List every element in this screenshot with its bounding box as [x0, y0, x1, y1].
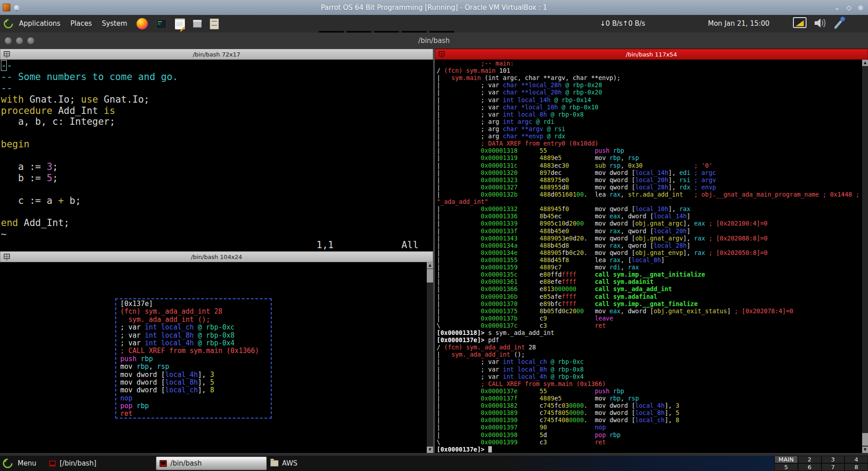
parrot-logo-icon[interactable] — [3, 18, 14, 29]
firefox-launcher-icon[interactable] — [137, 18, 148, 29]
scroll-up-button[interactable]: ▲ — [862, 60, 868, 66]
terminal-icon — [160, 460, 167, 467]
terminal-line: mov dword [local_ch], 8 — [120, 386, 267, 394]
terminal-line: ;-- main: — [437, 60, 862, 67]
notes-launcher-icon[interactable] — [175, 19, 185, 29]
settings-screwdriver-tray-icon[interactable] — [833, 16, 846, 30]
terminal-line: | 0x00001397 90 nop — [437, 424, 862, 431]
workspace-3[interactable]: 3 — [821, 456, 845, 463]
workspace-4[interactable]: 4 — [844, 456, 868, 463]
vim-ruler-position: 1,1 — [316, 240, 334, 250]
terminal-line: a, b, c: Integer; — [1, 116, 433, 127]
terminal-line: mov rbp, rsp — [120, 363, 267, 371]
terminal-line: | 0x00001339 8905c10d2000 mov dword [obj… — [437, 220, 862, 227]
clock[interactable]: Mon Jan 21, 15:00 — [708, 15, 769, 33]
terminal-line: \ 0x00001399 c3 ret — [437, 438, 862, 446]
folder-icon — [270, 460, 278, 466]
terminal-line: 0 — [1, 263, 427, 271]
workspace-6[interactable]: 6 — [798, 463, 821, 471]
disasm-scrollbar[interactable]: ▲ ▼ — [862, 60, 868, 453]
terminal-line — [1, 207, 433, 218]
vim-terminal-title: /bin/bash 72x17 — [193, 51, 240, 58]
terminal-line: | ; var int local_8h @ rbp-0x8 — [437, 111, 862, 118]
scroll-down-button[interactable]: ▼ — [427, 447, 433, 453]
workspace-8[interactable]: 8 — [844, 463, 868, 471]
taskbar-button-label: [/bin/bash] — [60, 459, 96, 467]
terminal-line: | sym._ada_add_int (); — [437, 351, 862, 358]
menu-places[interactable]: Places — [66, 15, 97, 33]
scrollbar-thumb[interactable] — [862, 433, 868, 446]
taskbar-button-aws[interactable]: AWS — [267, 457, 377, 470]
terminal-line: | 0x00001332 488945f0 mov qword [local_1… — [437, 205, 862, 212]
terminal-line: | ; var int local_8h @ rbp-0x8 — [437, 366, 862, 373]
window-launcher-icon[interactable] — [193, 20, 202, 28]
menu-system[interactable]: System — [97, 15, 132, 33]
terminal-line: nop — [120, 395, 267, 402]
download-arrow-icon: ↓ — [600, 19, 606, 28]
window-button-1[interactable] — [5, 37, 12, 44]
terminal-line: | 0x00001390 c745f4080000. mov dword [lo… — [437, 416, 862, 424]
terminal-line: ret — [120, 410, 267, 418]
taskbar-button-binbash[interactable]: [/bin/bash] — [45, 457, 156, 470]
scroll-up-button[interactable]: ▲ — [427, 262, 433, 268]
graph-terminal-content[interactable]: [0x137e](fcn) sym._ada_add_int 28 sym._a… — [0, 262, 427, 453]
disasm-terminal-titlebar[interactable]: /bin/bash 117x54 — [435, 49, 868, 60]
graph-terminal-titlebar[interactable]: /bin/bash 104x24 — [0, 251, 433, 262]
terminal-line: [0x0000137e]> pdf — [437, 336, 862, 344]
network-speed-indicator[interactable]: ↓0 B/s↑0 B/s — [600, 15, 645, 33]
minimize-button[interactable]: ⌄ — [834, 4, 840, 12]
vim-terminal-content[interactable]: ---- Some numbers to come and go.--with … — [0, 60, 433, 251]
terminator-titlebar[interactable]: /bin/bash — [0, 33, 868, 49]
workspace-5[interactable]: 5 — [774, 463, 798, 471]
taskbar-menu-button[interactable]: Menu — [0, 457, 36, 469]
terminal-line — [1, 127, 433, 139]
terminal-line: | 0x00001359 4889c7 mov rdi, rax — [437, 264, 862, 271]
terminal-line: begin — [1, 139, 433, 150]
workspace-7[interactable]: 7 — [821, 463, 845, 471]
scrollbar-thumb[interactable] — [427, 269, 433, 283]
terminal-line: with Gnat.Io; use Gnat.Io; — [1, 94, 433, 105]
window-button-2[interactable] — [16, 37, 23, 44]
terminal-group-icon[interactable] — [439, 51, 445, 58]
volume-tray-icon[interactable] — [813, 16, 827, 30]
terminal-line: | 0x00001323 488975e0 mov qword [local_2… — [437, 176, 862, 184]
upload-arrow-icon: ↑ — [623, 19, 628, 28]
workspace-pager: MAIN2345678 — [774, 456, 868, 471]
terminal-line: ; var int local_ch @ rbp-0xc — [120, 324, 267, 331]
terminal-group-icon[interactable] — [4, 254, 10, 260]
scroll-down-button[interactable]: ▼ — [862, 447, 868, 453]
terminal-line: / (fcn) sym.main 101 — [437, 67, 862, 74]
terminal-launcher-icon[interactable] — [156, 19, 167, 29]
disasm-terminal-content[interactable]: ;-- main:/ (fcn) sym.main 101| sym.main … — [435, 60, 862, 453]
window-button-3[interactable] — [27, 37, 34, 44]
terminal-line: | ; arg char **argv @ rsi — [437, 125, 862, 132]
archive-launcher-icon[interactable] — [210, 19, 219, 29]
terminal-line: | 0x00001398 5d pop rbp — [437, 431, 862, 438]
terminal-line: | ; arg int argc @ rdi — [437, 118, 862, 125]
terminal-line: | 0x00001382 c745fc030000. mov dword [lo… — [437, 402, 862, 409]
vim-terminal-titlebar[interactable]: /bin/bash 72x17 — [0, 49, 433, 60]
close-button[interactable]: ⊗ — [858, 4, 863, 12]
menubar: Applications Places System ↓0 B/s↑0 B/s … — [0, 15, 868, 33]
terminal-line: | 0x00001361 e88efeffff call sym.adainit — [437, 278, 862, 285]
restore-button[interactable]: ◇ — [846, 4, 852, 12]
terminal-line: | 0x0000134e 488905fb0c20. mov qword [ob… — [437, 249, 862, 256]
terminal-line: | 0x00001327 488955d8 mov qword [local_2… — [437, 184, 862, 191]
workspace-main[interactable]: MAIN — [774, 456, 798, 463]
menu-applications[interactable]: Applications — [14, 15, 66, 33]
terminal-line: | 0x00001336 8b45ec mov eax, dword [loca… — [437, 212, 862, 220]
display-settings-tray-icon[interactable] — [792, 16, 807, 30]
terminal-line: | 0x00001366 e813000000 call sym._ada_ad… — [437, 285, 862, 292]
workspace-2[interactable]: 2 — [798, 456, 821, 463]
vbox-titlebar[interactable]: Parrot OS 64 Bit Programming [Running] -… — [0, 0, 868, 15]
graph-scrollbar[interactable]: ▲ ▼ — [427, 262, 433, 453]
terminal-line: "_ada_add_int" — [437, 198, 862, 205]
basic-block-box[interactable]: [0x137e](fcn) sym._ada_add_int 28 sym._a… — [115, 298, 272, 419]
terminal-line: | 0x0000135c e80ffdffff call sym.imp.__g… — [437, 271, 862, 278]
menu-icon — [2, 457, 14, 469]
terminal-line: | ; var char **local_20h @ rbp-0x20 — [437, 89, 862, 96]
terminal-line: | ; arg char **envp @ rdx — [437, 132, 862, 140]
terminal-group-icon[interactable] — [4, 51, 10, 58]
taskbar-button-binbash[interactable]: /bin/bash — [156, 457, 267, 470]
terminal-line: | 0x0000137e 55 push rbp — [437, 387, 862, 395]
